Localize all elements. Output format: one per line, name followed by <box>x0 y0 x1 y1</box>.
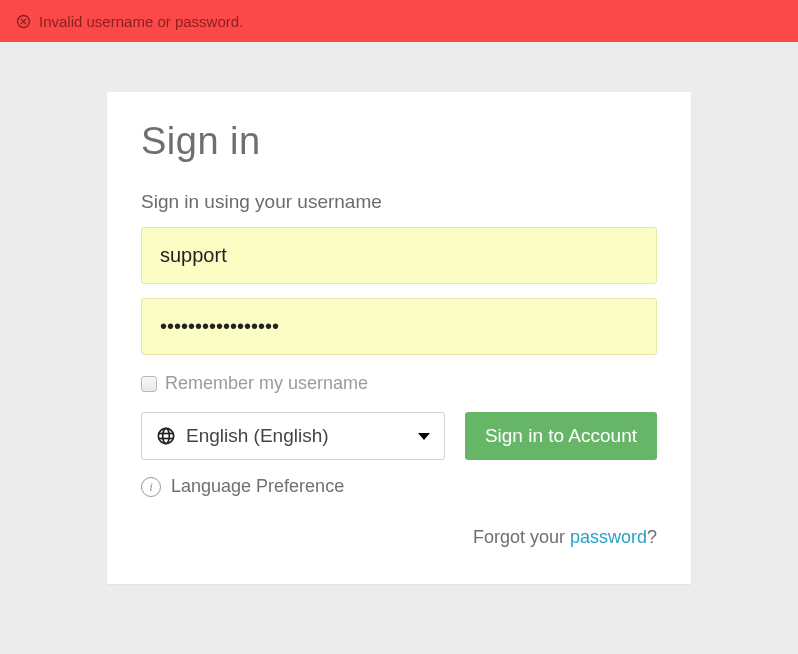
svg-point-4 <box>163 428 170 443</box>
forgot-prefix: Forgot your <box>473 527 570 547</box>
error-message: Invalid username or password. <box>39 13 243 30</box>
language-select[interactable]: English (English) <box>141 412 445 460</box>
error-banner: Invalid username or password. <box>0 0 798 42</box>
error-icon <box>16 14 31 29</box>
signin-subtitle: Sign in using your username <box>141 191 657 213</box>
signin-card: Sign in Sign in using your username Reme… <box>107 92 691 584</box>
language-signin-row: English (English) Sign in to Account <box>141 412 657 460</box>
chevron-down-icon <box>418 433 430 440</box>
remember-row: Remember my username <box>141 373 657 394</box>
password-input[interactable] <box>141 298 657 355</box>
username-input[interactable] <box>141 227 657 284</box>
forgot-password-link[interactable]: password <box>570 527 647 547</box>
signin-button[interactable]: Sign in to Account <box>465 412 657 460</box>
remember-label: Remember my username <box>165 373 368 394</box>
language-preference-row: i Language Preference <box>141 476 657 497</box>
language-selected-label: English (English) <box>186 425 329 447</box>
forgot-suffix: ? <box>647 527 657 547</box>
forgot-password-row: Forgot your password? <box>141 527 657 548</box>
svg-point-3 <box>158 428 173 443</box>
globe-icon <box>156 426 176 446</box>
page-title: Sign in <box>141 120 657 163</box>
info-icon: i <box>141 477 161 497</box>
language-preference-label: Language Preference <box>171 476 344 497</box>
remember-checkbox[interactable] <box>141 376 157 392</box>
